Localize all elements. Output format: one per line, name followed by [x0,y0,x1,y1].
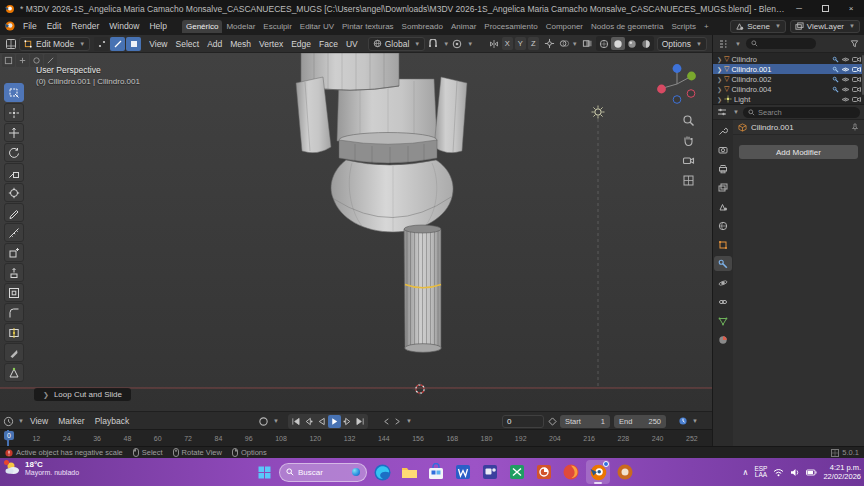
frame-end-field[interactable]: End 250 [614,415,666,428]
uv-menu[interactable]: UV [342,39,362,49]
viewlayer-selector[interactable]: ViewLayer ▼ [790,20,860,33]
extrude-tool[interactable] [4,263,24,282]
workspace-tab-nodos-geometria[interactable]: Nodos de geometría [587,20,668,33]
select-menu[interactable]: Select [172,39,204,49]
tab-view-layer[interactable] [714,180,732,195]
timeline-marker-menu[interactable]: Marker [54,416,88,426]
workspace-tab-animar[interactable]: Animar [447,20,480,33]
keying-set-icon[interactable] [548,417,557,426]
playback-sync-icon[interactable] [678,416,688,426]
wireframe-shading-button[interactable] [597,37,611,50]
view-menu[interactable]: View [145,39,171,49]
knife-tool[interactable] [4,343,24,362]
expand-chevron-icon[interactable]: ❯ [717,56,722,63]
workspace-tab-componer[interactable]: Componer [542,20,587,33]
workspace-tab-generico[interactable]: Genérico [182,20,222,33]
battery-icon[interactable] [806,469,817,476]
select-box-tool[interactable] [4,83,24,102]
frame-start-field[interactable]: Start 1 [560,415,610,428]
vertex-menu[interactable]: Vertex [255,39,287,49]
disable-render-camera-icon[interactable] [852,66,861,73]
tab-object-data[interactable] [714,313,732,328]
show-gizmo-icon[interactable] [544,38,555,49]
start-button[interactable] [252,460,276,484]
edge-browser-icon[interactable] [370,460,394,484]
prev-keyframe-button[interactable] [302,415,315,428]
scene-selector[interactable]: Scene ▼ [730,20,786,33]
properties-editor-icon[interactable] [717,107,727,117]
hide-eye-icon[interactable] [841,56,850,63]
snap-dropdown[interactable]: ▼ [443,41,449,47]
volume-icon[interactable] [790,468,800,477]
clock-widget[interactable]: 4:21 p.m. 22/02/2026 [823,463,861,481]
solid-shading-button[interactable] [611,37,625,50]
operator-panel[interactable]: ❯ Loop Cut and Slide [34,388,131,401]
rotate-tool[interactable] [4,143,24,162]
menu-help[interactable]: Help [144,21,171,31]
tab-modifiers[interactable] [714,256,732,271]
tab-object[interactable] [714,237,732,252]
timeline-editor-icon[interactable] [3,416,14,427]
expand-chevron-icon[interactable]: ❯ [717,76,722,83]
overlays-icon[interactable] [559,38,570,49]
taskbar-search[interactable]: Buscar [279,463,367,482]
workspace-add-button[interactable]: + [700,20,713,33]
tab-material[interactable] [714,332,732,347]
transform-tool[interactable] [4,183,24,202]
add-cube-tool[interactable] [4,243,24,262]
transform-orientation[interactable]: Global ▼ [368,37,426,51]
menu-window[interactable]: Window [104,21,144,31]
current-frame-field[interactable]: 0 [502,415,544,428]
menu-file[interactable]: File [18,21,42,31]
app-icon[interactable] [613,460,637,484]
tab-render[interactable] [714,142,732,157]
navigation-gizmo[interactable] [654,61,700,107]
vertex-select-button[interactable] [94,37,109,51]
teams-icon[interactable] [478,460,502,484]
material-shading-button[interactable] [625,37,639,50]
tab-tool[interactable] [714,123,732,138]
annotate-tool[interactable] [4,203,24,222]
minimize-button[interactable]: ─ [786,0,812,17]
loop-cut-tool[interactable] [4,323,24,342]
workspace-tab-scripts[interactable]: Scripts [668,20,700,33]
outliner-row-light[interactable]: ❯ Light [713,94,864,104]
3d-scene[interactable] [0,53,712,411]
face-select-button[interactable] [126,37,141,51]
timeline-view-menu[interactable]: View [26,416,52,426]
jump-to-end-button[interactable] [354,415,367,428]
editor-type-icon[interactable] [5,38,17,50]
measure-tool[interactable] [4,223,24,242]
mirror-icon[interactable] [489,39,499,49]
outliner-row-cilindro[interactable]: ❯ ▽ Cilindro [713,54,864,64]
poly-build-tool[interactable] [4,363,24,382]
close-button[interactable]: × [838,0,864,17]
workspace-tab-esculpir[interactable]: Esculpir [259,20,295,33]
expand-chevron-icon[interactable]: ❯ [717,66,722,73]
expand-chevron-icon[interactable]: ❯ [717,86,722,93]
outliner-row-cilindro-001[interactable]: ❯ ▽ Cilindro.001 [713,64,864,74]
3d-viewport[interactable]: User Perspective (0) Cilindro.001 | Cili… [0,53,712,411]
jump-to-start-button[interactable] [289,415,302,428]
tab-physics[interactable] [714,275,732,290]
mirror-z-button[interactable]: Z [528,37,539,50]
proportional-dropdown[interactable]: ▼ [467,41,473,47]
word-icon[interactable] [451,460,475,484]
disable-render-camera-icon[interactable] [852,86,861,93]
maximize-button[interactable] [812,0,838,17]
excel-icon[interactable] [505,460,529,484]
zoom-icon[interactable] [680,113,696,128]
tab-scene[interactable] [714,199,732,214]
toggle-icon[interactable] [2,54,15,67]
mesh-menu[interactable]: Mesh [226,39,255,49]
workspace-tab-editar-uv[interactable]: Editar UV [296,20,338,33]
inset-faces-tool[interactable] [4,283,24,302]
add-menu[interactable]: Add [203,39,226,49]
auto-keyframe-button[interactable] [258,416,269,427]
blender-menu-icon[interactable] [4,20,16,32]
proportional-edit-icon[interactable] [452,39,462,49]
powerpoint-icon[interactable] [532,460,556,484]
menu-render[interactable]: Render [66,21,104,31]
pan-hand-icon[interactable] [680,133,696,148]
pin-icon[interactable] [851,123,859,131]
